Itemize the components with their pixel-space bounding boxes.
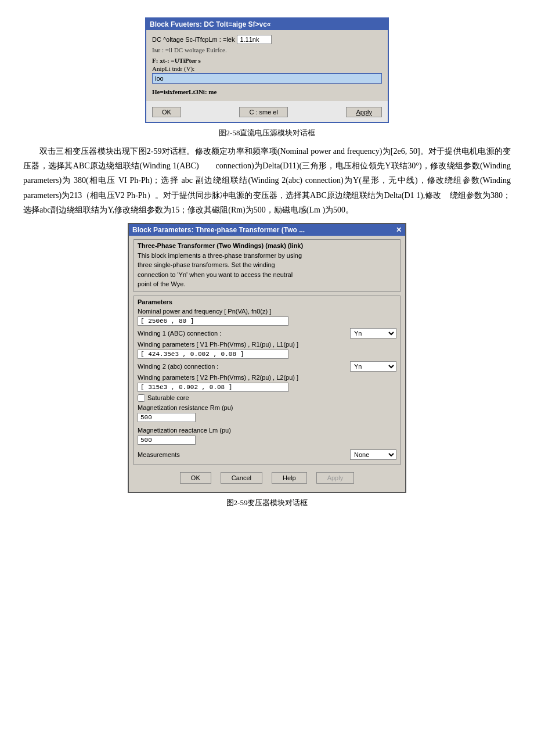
dc-voltage-dialog: Block Fvueters: DC Tolt=aige Sf>vc« DC ^… <box>145 17 389 123</box>
winding2-params-input[interactable] <box>138 383 288 392</box>
tf-desc-section: Three-Phase Transformer (Two Windings) (… <box>134 239 400 292</box>
tf-desc-line3: connection to 'Yn' when you want to acce… <box>138 270 396 280</box>
measurements-label: Measurements <box>138 451 350 458</box>
help-label: He=isixfemerLtЗNi: me <box>152 88 382 95</box>
source-label: DC ^oltage Sc-iTfcpLm : =lek <box>152 36 234 43</box>
winding2-params-label: Winding parameters [ V2 Ph-Ph(Vrms) , R2… <box>138 374 396 381</box>
tf-apply-button[interactable]: Apply <box>316 472 355 484</box>
source-value[interactable]: 1.11nk <box>237 35 272 44</box>
winding1-label: Winding 1 (ABC) connection : <box>138 330 350 337</box>
mag-resistance-input[interactable] <box>138 413 196 422</box>
nominal-input[interactable] <box>138 316 288 326</box>
tf-params-section: Parameters Nominal power and frequency [… <box>134 296 400 465</box>
tf-cancel-button[interactable]: Cancel <box>221 472 262 484</box>
tf-title: Block Parameters: Three-phase Transforme… <box>132 226 305 234</box>
dc-ok-button[interactable]: OK <box>152 107 181 117</box>
winding1-connection-row: Winding 1 (ABC) connection : Yn <box>138 328 396 339</box>
params-title: F: xt-: =UTiPter s <box>152 57 382 64</box>
dc-dialog-title: Block Fvueters: DC Tolt=aige Sf>vc« <box>150 20 271 28</box>
mag-reactance-input[interactable] <box>138 435 196 445</box>
amplitude-input[interactable] <box>152 73 382 84</box>
mag-reactance-label: Magnetization reactance Lm (pu) <box>138 427 396 434</box>
dc-dialog-buttons: OK C : sme el Apply <box>146 107 388 122</box>
measurements-select[interactable]: None <box>350 449 396 460</box>
tf-params-title: Parameters <box>138 298 396 305</box>
measurements-row: Measurements None <box>138 449 396 460</box>
amplitude-label: AnipLi tndr (V): <box>152 65 382 72</box>
mag-resistance-label: Magnetization resistance Rm (pu) <box>138 404 396 411</box>
tf-dialog: Block Parameters: Three-phase Transforme… <box>128 223 406 493</box>
winding2-select[interactable]: Yn <box>350 361 396 372</box>
winding1-params-row: Winding parameters [ V1 Ph-Ph(Vrms) , R1… <box>138 341 396 359</box>
body-content: 双击三相变压器模块出现下图2-59对话框。修改额定功率和频率项(Nominal … <box>23 147 511 214</box>
dc-cancel-button[interactable]: C : sme el <box>239 107 288 117</box>
tf-help-button[interactable]: Help <box>272 472 307 484</box>
winding2-params-row: Winding parameters [ V2 Ph-Ph(Vrms) , R2… <box>138 374 396 392</box>
winding1-params-input[interactable] <box>138 350 288 359</box>
winding2-connection-row: Winding 2 (abc) connection : Yn <box>138 361 396 372</box>
nominal-row: Nominal power and frequency [ Pn(VA), fn… <box>138 308 396 326</box>
tf-desc-line1: This block implements a three-phase tran… <box>138 251 396 261</box>
dc-apply-button[interactable]: Apply <box>346 107 382 117</box>
tf-close-button[interactable]: ✕ <box>396 226 402 234</box>
tf-desc-line2: three single-phase transformers. Set the… <box>138 260 396 270</box>
winding2-label: Winding 2 (abc) connection : <box>138 363 350 370</box>
mag-resistance-row: Magnetization resistance Rm (pu) <box>138 404 396 424</box>
tf-dialog-buttons: OK Cancel Help Apply <box>134 469 400 488</box>
winding1-select[interactable]: Yn <box>350 328 396 339</box>
dc-caption: 图2-58直流电压源模块对话框 <box>23 128 511 138</box>
saturable-checkbox[interactable] <box>138 394 145 402</box>
saturable-row: Saturable core <box>138 394 396 402</box>
dc-desc: Iмr : =ll DC woltage Euirfce. <box>152 46 382 53</box>
tf-caption: 图2-59变压器模块对话框 <box>23 498 511 508</box>
dc-dialog-titlebar: Block Fvueters: DC Tolt=aige Sf>vc« <box>146 19 388 30</box>
nominal-label: Nominal power and frequency [ Pn(VA), fn… <box>138 308 396 315</box>
tf-desc-line4: point of the Wye. <box>138 279 396 289</box>
tf-section-title: Three-Phase Transformer (Two Windings) (… <box>138 242 396 249</box>
winding1-params-label: Winding parameters [ V1 Ph-Ph(Vrms) , R1… <box>138 341 396 348</box>
saturable-label: Saturable core <box>147 394 189 401</box>
tf-titlebar: Block Parameters: Three-phase Transforme… <box>129 224 405 236</box>
tf-ok-button[interactable]: OK <box>180 472 211 484</box>
mag-reactance-row: Magnetization reactance Lm (pu) <box>138 427 396 447</box>
body-text: 双击三相变压器模块出现下图2-59对话框。修改额定功率和频率项(Nominal … <box>23 144 511 217</box>
